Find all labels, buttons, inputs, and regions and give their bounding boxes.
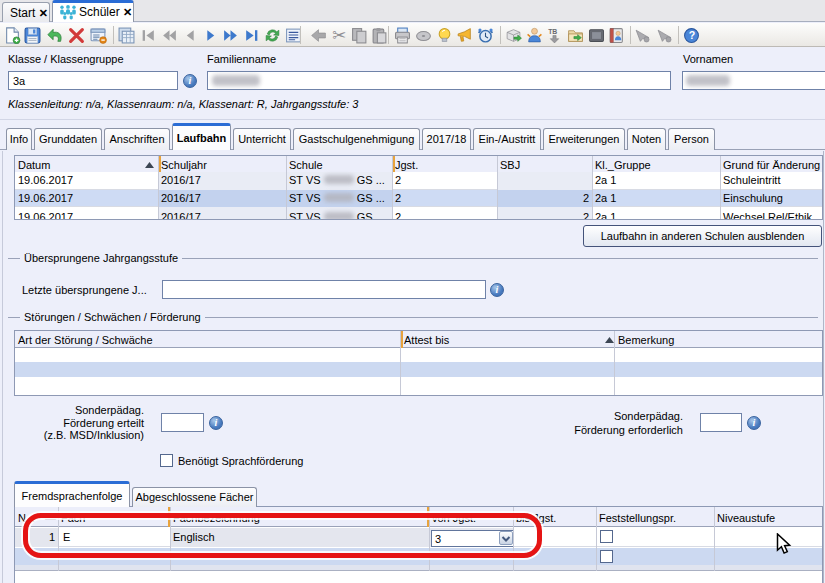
svg-text:TB: TB: [548, 28, 557, 35]
svg-text:?: ?: [689, 29, 695, 41]
svg-text:✂: ✂: [332, 27, 346, 44]
